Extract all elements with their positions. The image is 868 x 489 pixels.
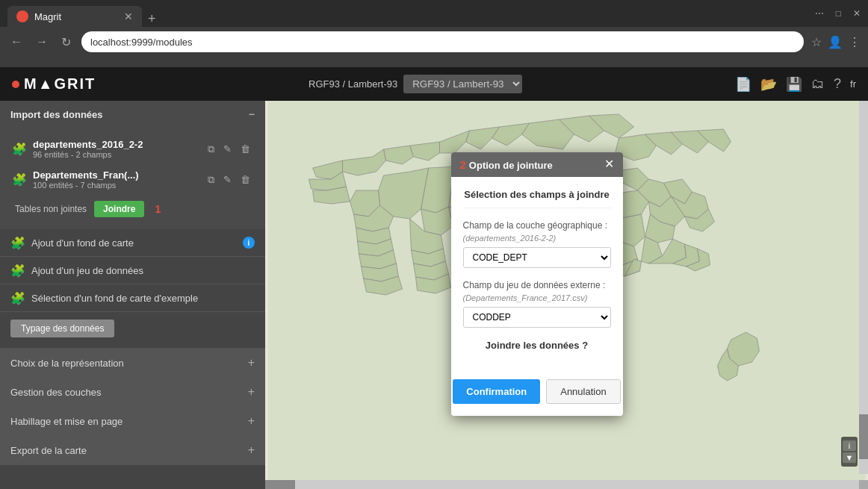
typage-button[interactable]: Typage des données (10, 320, 114, 337)
select-example-label: Sélection d'un fond de carte d'exemple (31, 293, 198, 304)
projection-dropdown[interactable]: RGF93 / Lambert-93 (403, 75, 522, 93)
layer1-icon: 🧩 (12, 142, 27, 156)
map-area: 2Option de jointure ✕ Sélection des cham… (265, 101, 868, 489)
info-panel-up[interactable]: i (843, 440, 856, 451)
new-doc-icon[interactable]: 📄 (735, 76, 751, 93)
export-header[interactable]: Export de la carte + (0, 436, 265, 464)
field-group-1: Champ de la couche géographique : (depar… (463, 220, 611, 268)
forward-button[interactable]: → (33, 32, 51, 52)
field1-label: Champ de la couche géographique : (463, 220, 611, 231)
close-window-button[interactable]: ✕ (853, 8, 861, 19)
back-button[interactable]: ← (7, 32, 25, 52)
import-section-title: Import des données (10, 109, 103, 120)
representation-header[interactable]: Choix de la représentation + (0, 349, 265, 377)
address-bar[interactable]: localhost:9999/modules (81, 31, 804, 52)
header-center: RGF93 / Lambert-93 RGF93 / Lambert-93 (108, 75, 723, 93)
cancel-button[interactable]: Annulation (546, 379, 620, 404)
app-container: M▲GRIT RGF93 / Lambert-93 RGF93 / Lamber… (0, 67, 868, 489)
layer2-edit-button[interactable]: ✎ (220, 172, 235, 187)
new-tab-button[interactable]: + (142, 11, 162, 27)
habillage-header[interactable]: Habillage et mise en page + (0, 407, 265, 435)
layer2-delete-button[interactable]: 🗑 (238, 172, 253, 187)
browser-controls: ← → ↻ localhost:9999/modules ☆ 👤 ⋮ (0, 27, 868, 57)
select-example-icon: 🧩 (10, 290, 25, 305)
layer2-info: Departements_Fran(...) 100 entités - 7 c… (33, 169, 199, 190)
info-icon[interactable]: i (243, 237, 255, 249)
browser-actions: ☆ 👤 ⋮ (811, 35, 861, 49)
add-dataset-action[interactable]: 🧩 Ajout d'un jeu de données (0, 257, 265, 284)
modal-section-title: Sélection des champs à joindre (463, 189, 611, 208)
info-panel-down[interactable]: ▼ (843, 452, 856, 463)
import-section-body: 🧩 departements_2016_2-2 96 entités - 2 c… (0, 128, 265, 229)
gestion-label: Gestion des couches (10, 387, 101, 398)
add-map-label: Ajout d'un fond de carte (31, 237, 134, 249)
select-example-action[interactable]: 🧩 Sélection d'un fond de carte d'exemple (0, 284, 265, 312)
vertical-scrollbar-thumb[interactable] (859, 414, 868, 459)
confirm-button[interactable]: Confirmation (453, 379, 540, 404)
join-question: Joindre les données ? (463, 340, 611, 351)
bookmark-icon[interactable]: ☆ (811, 35, 822, 49)
add-map-action[interactable]: 🧩 Ajout d'un fond de carte i (0, 229, 265, 257)
join-button[interactable]: Joindre (94, 201, 144, 217)
maximize-button[interactable]: □ (836, 8, 841, 19)
minimize-button[interactable]: ⋯ (815, 8, 824, 19)
gestion-header[interactable]: Gestion des couches + (0, 378, 265, 406)
layer1-copy-button[interactable]: ⧉ (205, 142, 217, 157)
modal-footer: Confirmation Annulation (451, 372, 623, 416)
habillage-section: Habillage et mise en page + (0, 407, 265, 436)
habillage-expand-icon: + (248, 414, 255, 428)
layer-item-1: 🧩 departements_2016_2-2 96 entités - 2 c… (7, 135, 258, 163)
add-map-icon: 🧩 (10, 235, 25, 250)
browser-tabs: Magrit ✕ + (7, 0, 809, 27)
modal-header: 2Option de jointure ✕ (451, 152, 623, 177)
join-label: Tables non jointes (15, 204, 87, 214)
horizontal-scrollbar-thumb[interactable] (265, 480, 295, 489)
app-logo: M▲GRIT (12, 75, 96, 93)
close-tab-button[interactable]: ✕ (124, 10, 133, 22)
join-modal: 2Option de jointure ✕ Sélection des cham… (451, 152, 623, 416)
habillage-label: Habillage et mise en page (10, 416, 123, 427)
add-dataset-label: Ajout d'un jeu de données (31, 265, 143, 276)
favicon (16, 10, 28, 22)
field1-sublabel: (departements_2016-2-2) (463, 234, 611, 243)
save-icon[interactable]: 💾 (786, 76, 802, 93)
import-section-header[interactable]: Import des données − (0, 101, 265, 128)
layer1-delete-button[interactable]: 🗑 (238, 142, 253, 156)
main-content: Import des données − 🧩 departements_2016… (0, 101, 868, 489)
reload-button[interactable]: ↻ (58, 32, 74, 52)
layer2-name: Departements_Fran(...) (33, 169, 199, 181)
lang-button[interactable]: fr (850, 78, 856, 90)
active-tab[interactable]: Magrit ✕ (7, 6, 142, 27)
browser-title-bar: Magrit ✕ + ⋯ □ ✕ (0, 0, 868, 27)
layer2-icon: 🧩 (12, 172, 27, 187)
field1-select[interactable]: CODE_DEPT (463, 247, 611, 268)
layer1-info: departements_2016_2-2 96 entités - 2 cha… (33, 139, 199, 159)
collapse-icon[interactable]: − (249, 108, 255, 120)
logo-dot (12, 81, 19, 88)
field2-label: Champ du jeu de données externe : (463, 280, 611, 290)
help-icon[interactable]: ? (834, 76, 841, 92)
modal-close-button[interactable]: ✕ (604, 158, 614, 170)
info-panel: i ▼ (841, 437, 858, 467)
open-icon[interactable]: 📂 (760, 76, 777, 93)
menu-icon[interactable]: ⋮ (849, 35, 861, 49)
url-text: localhost:9999/modules (90, 37, 193, 48)
field2-sublabel: (Departements_France_2017.csv) (463, 293, 611, 302)
export-label: Export de la carte (10, 445, 87, 456)
layer1-edit-button[interactable]: ✎ (220, 142, 235, 156)
layers-icon[interactable]: 🗂 (811, 76, 825, 92)
representation-label: Choix de la représentation (10, 358, 124, 369)
horizontal-scrollbar[interactable] (265, 480, 859, 489)
window-controls: ⋯ □ ✕ (815, 8, 861, 19)
add-dataset-icon: 🧩 (10, 263, 25, 278)
projection-text: RGF93 / Lambert-93 (309, 78, 397, 90)
layer2-copy-button[interactable]: ⧉ (205, 172, 217, 187)
vertical-scrollbar[interactable] (859, 101, 868, 474)
layer1-actions: ⧉ ✎ 🗑 (205, 142, 253, 157)
profile-icon[interactable]: 👤 (828, 35, 843, 49)
field2-select[interactable]: CODDEP (463, 307, 611, 328)
modal-title: Option de jointure (469, 160, 553, 171)
export-expand-icon: + (248, 443, 255, 457)
gestion-section: Gestion des couches + (0, 378, 265, 407)
app-header: M▲GRIT RGF93 / Lambert-93 RGF93 / Lamber… (0, 67, 868, 101)
